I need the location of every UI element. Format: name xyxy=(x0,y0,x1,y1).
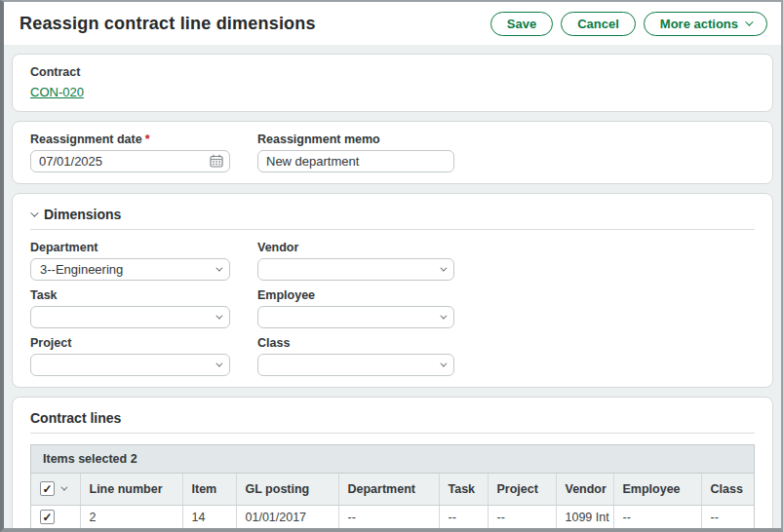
cell-line-number: 2 xyxy=(80,505,182,529)
cancel-button-label: Cancel xyxy=(577,17,619,31)
class-field: Class xyxy=(257,336,454,376)
calendar-icon[interactable] xyxy=(210,154,223,168)
dimensions-grid: Department 3--Engineering Vendor Task xyxy=(30,241,755,376)
employee-label: Employee xyxy=(257,288,454,302)
divider xyxy=(30,229,755,230)
more-actions-label: More actions xyxy=(660,17,738,31)
reassignment-date-label: Reassignment date* xyxy=(30,133,230,146)
project-select[interactable] xyxy=(30,354,230,376)
save-button[interactable]: Save xyxy=(490,12,553,36)
column-header-employee[interactable]: Employee xyxy=(613,474,701,505)
dimensions-card: Dimensions Department 3--Engineering Ven… xyxy=(12,193,773,388)
department-label: Department xyxy=(30,241,230,254)
column-header-vendor[interactable]: Vendor xyxy=(556,474,613,505)
vendor-select[interactable] xyxy=(257,258,454,281)
chevron-down-icon xyxy=(440,313,447,320)
cell-vendor: 1099 Int xyxy=(556,505,613,529)
table-header-row: ✓ Line number Item GL posting Department… xyxy=(31,474,754,505)
dimensions-section-header[interactable]: Dimensions xyxy=(30,205,755,229)
page-title: Reassign contract line dimensions xyxy=(20,14,316,34)
project-field: Project xyxy=(30,336,230,376)
chevron-down-icon xyxy=(215,313,222,320)
cell-task: -- xyxy=(439,505,488,529)
column-header-department[interactable]: Department xyxy=(338,474,439,505)
column-header-item[interactable]: Item xyxy=(182,474,236,505)
project-label: Project xyxy=(30,336,230,350)
chevron-down-icon xyxy=(215,361,222,367)
reassignment-date-input[interactable] xyxy=(30,150,230,172)
contract-lines-title: Contract lines xyxy=(30,410,121,426)
chevron-down-icon xyxy=(440,265,447,272)
reassignment-memo-label: Reassignment memo xyxy=(257,133,454,146)
column-header-class[interactable]: Class xyxy=(701,474,754,505)
cell-project: -- xyxy=(488,505,556,529)
collapse-chevron-down-icon[interactable] xyxy=(30,209,38,216)
reassignment-card: Reassignment date* xyxy=(12,121,773,184)
table-row[interactable]: ✓ 2 14 01/01/2017 -- -- -- 1099 Int -- -… xyxy=(31,505,754,529)
more-actions-button[interactable]: More actions xyxy=(644,12,767,36)
department-select[interactable]: 3--Engineering xyxy=(30,258,230,281)
cell-gl-posting: 01/01/2017 xyxy=(236,505,338,529)
column-header-line-number[interactable]: Line number xyxy=(80,474,182,505)
task-label: Task xyxy=(30,288,230,302)
contract-lines-table: ✓ Line number Item GL posting Department… xyxy=(31,474,754,532)
contract-label: Contract xyxy=(30,65,755,79)
reassignment-memo-field: Reassignment memo xyxy=(257,133,454,172)
employee-field: Employee xyxy=(257,288,454,328)
column-header-project[interactable]: Project xyxy=(488,474,556,505)
cell-class: -- xyxy=(701,505,754,529)
cell-employee: -- xyxy=(613,505,701,529)
vendor-label: Vendor xyxy=(257,241,454,254)
required-marker: * xyxy=(145,133,150,146)
class-label: Class xyxy=(257,336,454,350)
cell-item: 14 xyxy=(182,505,236,529)
items-selected-bar: Items selected 2 xyxy=(31,445,754,474)
task-select[interactable] xyxy=(30,306,230,328)
column-header-task[interactable]: Task xyxy=(439,474,488,505)
cancel-button[interactable]: Cancel xyxy=(561,12,636,36)
vendor-field: Vendor xyxy=(257,241,454,281)
department-field: Department 3--Engineering xyxy=(30,241,230,281)
contract-link[interactable]: CON-020 xyxy=(30,85,84,99)
class-select[interactable] xyxy=(257,354,454,376)
divider xyxy=(30,433,755,434)
reassignment-memo-input[interactable] xyxy=(257,150,454,172)
chevron-down-icon xyxy=(745,18,753,25)
contract-card: Contract CON-020 xyxy=(12,54,773,112)
chevron-down-icon xyxy=(215,265,222,272)
task-field: Task xyxy=(30,288,230,328)
reassignment-date-label-text: Reassignment date xyxy=(30,133,142,146)
reassignment-date-field: Reassignment date* xyxy=(30,133,230,172)
contract-lines-section-header: Contract lines xyxy=(30,408,755,433)
app-window: Reassign contract line dimensions Save C… xyxy=(0,0,783,532)
contract-lines-card: Contract lines Items selected 2 xyxy=(12,397,773,532)
employee-select[interactable] xyxy=(257,306,454,328)
select-all-checkbox[interactable]: ✓ xyxy=(40,481,55,496)
cell-department: -- xyxy=(338,505,439,529)
page-content: Contract CON-020 Reassignment date* xyxy=(4,45,781,532)
column-header-gl-posting[interactable]: GL posting xyxy=(236,474,338,505)
row-checkbox[interactable]: ✓ xyxy=(40,510,55,524)
save-button-label: Save xyxy=(507,17,536,31)
header-actions: Save Cancel More actions xyxy=(490,12,767,36)
department-select-value: 3--Engineering xyxy=(40,262,123,277)
page-header: Reassign contract line dimensions Save C… xyxy=(4,2,781,45)
contract-lines-table-wrap: Items selected 2 ✓ xyxy=(30,444,755,532)
dimensions-title: Dimensions xyxy=(44,207,121,222)
chevron-down-icon xyxy=(440,361,447,367)
select-menu-chevron-down-icon[interactable] xyxy=(60,484,67,491)
